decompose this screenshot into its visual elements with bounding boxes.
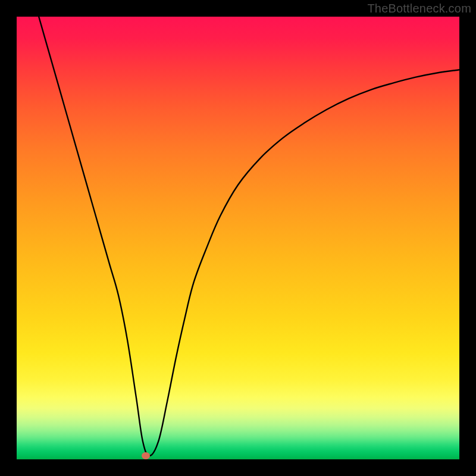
optimal-point-marker	[142, 452, 150, 459]
watermark-text: TheBottleneck.com	[367, 2, 471, 15]
curve-layer	[17, 17, 459, 459]
bottleneck-curve	[39, 17, 459, 456]
plot-area	[17, 17, 459, 459]
chart-frame: TheBottleneck.com	[0, 0, 476, 476]
